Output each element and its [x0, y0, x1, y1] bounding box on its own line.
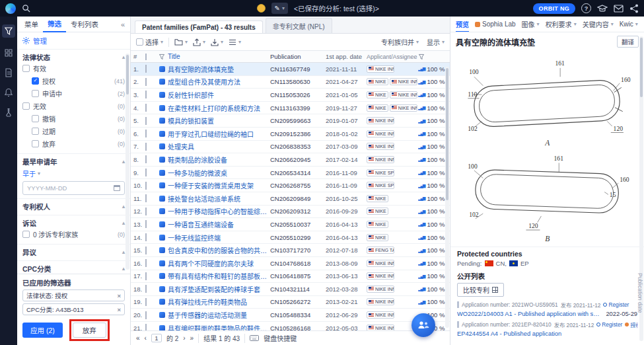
chevron-up-icon[interactable]: ▴ — [122, 220, 125, 226]
applicant-badge[interactable]: NIKE INNOVATE — [367, 311, 394, 319]
apply-button[interactable]: 应用 (2) — [22, 323, 63, 338]
checkbox[interactable] — [145, 104, 147, 112]
preview-tab-关键内容[interactable]: 关键内容▾ — [583, 19, 614, 29]
scrollbar-thumb[interactable] — [640, 38, 643, 97]
patent-title-link[interactable]: 具有编织鞋面的鞋类物品的鞋件布置 — [168, 323, 270, 330]
lab-rail-icon[interactable] — [4, 108, 13, 117]
first-page-button[interactable]: « — [136, 334, 140, 342]
checkbox[interactable] — [145, 143, 147, 151]
patent-title-link[interactable]: 一种便于安装的微货桌用支架 — [168, 180, 270, 190]
calendar-icon[interactable] — [114, 185, 120, 191]
applicant-badge[interactable]: NIKE — [367, 91, 388, 98]
checkbox[interactable] — [32, 115, 39, 122]
export-button[interactable]: ▾ — [193, 38, 205, 46]
table-row[interactable]: 10.一种便于安装的微货桌用支架CN2062687552016-11-09NIK… — [131, 179, 450, 192]
date-input[interactable]: YYYY-MM-DD — [22, 181, 125, 195]
table-row[interactable]: 8.鞋类制品的涂胶设备CN2066209452017-02-14NIKE INN… — [131, 153, 450, 167]
patent-title-link[interactable]: 成型组合件及其使用方法 — [168, 77, 270, 87]
chevron-up-icon[interactable]: ▴ — [122, 249, 125, 255]
select-dropdown[interactable]: 选择▾ — [136, 37, 163, 47]
checkbox[interactable] — [22, 102, 30, 110]
legal-status-item[interactable]: 放弃(0) — [22, 137, 125, 150]
checkbox[interactable] — [145, 272, 147, 280]
checkbox[interactable] — [145, 324, 147, 330]
table-row[interactable]: 11.接处警台站活动派单系统CN2062098492016-10-25NIKE▂… — [131, 192, 450, 206]
assistant-floating-button[interactable] — [411, 313, 435, 337]
applicant-badge[interactable]: NIKE INNOV — [390, 78, 417, 85]
table-row[interactable]: 5.模具的锁扣装置CN2095996632019-01-07NIKE INNOV… — [131, 114, 450, 128]
patent-title-link[interactable]: 包含真皮中和仿的服装合物的共混物的高尔夫球及制造方法 — [168, 245, 270, 255]
table-row[interactable]: 14.一种无线监控终端CN2055102992016-04-13NIKE▂▄▆1… — [131, 231, 450, 245]
filters-rail-icon[interactable] — [2, 24, 15, 38]
filter-icon[interactable] — [159, 54, 165, 60]
grant-analyzer-link[interactable]: 授权分析器 — [625, 321, 637, 328]
tab-patent-list[interactable]: 专利列表 — [66, 17, 103, 32]
applicant-badge[interactable]: NIKE INNOVATE — [367, 272, 394, 280]
scrollbar-thumb[interactable] — [126, 55, 129, 95]
applicant-badge[interactable]: NIKE INNOVATE — [367, 286, 394, 293]
applicant-badge[interactable]: NIKE INNOVATE — [367, 143, 394, 150]
report-rail-icon[interactable] — [4, 68, 13, 77]
checkbox[interactable] — [32, 128, 39, 135]
patent-title-link[interactable]: 鞋类制品的涂胶设备 — [168, 155, 270, 165]
legal-status-item[interactable]: 撤销(0) — [22, 112, 125, 125]
preview-tab-图像[interactable]: 图像▾ — [522, 19, 540, 29]
patent-figure[interactable]: 100 110 161 160 120 102 A 100 161 160 15… — [450, 49, 644, 247]
applicant-badge[interactable]: NIKE — [367, 78, 388, 85]
checkbox[interactable] — [145, 247, 147, 254]
table-row[interactable]: 16.具有两个不同硬度的高尔夫球CN1047686182013-08-09NIK… — [131, 257, 450, 270]
tab-menu[interactable]: 菜单 — [20, 17, 43, 32]
checkbox[interactable] — [145, 91, 147, 98]
applicant-badge[interactable]: NIKE INNOVATE — [367, 65, 394, 73]
patent-title-link[interactable]: 带有具有结构件和鞋钉的基部板的鞋类物品 — [168, 271, 270, 281]
chevron-up-icon[interactable]: ▴ — [122, 266, 125, 272]
preview-tab-预览[interactable]: 预览 — [456, 17, 469, 32]
chevron-up-icon[interactable]: ▴ — [122, 204, 125, 210]
checkbox[interactable] — [22, 231, 30, 238]
col-applicant[interactable]: Applicant/Assignee — [367, 54, 418, 60]
search-input[interactable] — [34, 5, 140, 12]
checkbox[interactable] — [145, 208, 147, 215]
patent-title-link[interactable]: 具有浮垫适配到装配的棒球手套 — [168, 284, 270, 294]
filter-scroll-area[interactable]: 法律状态▴ 有效授权(41)申请中(2)无效(0)撤销(0)过期(0)放弃(0)… — [17, 50, 130, 274]
patent-title-link[interactable]: 处理夹具 — [168, 141, 270, 151]
legal-status-item[interactable]: 过期(0) — [22, 125, 125, 137]
remove-chip-icon[interactable]: × — [117, 292, 121, 299]
table-row[interactable]: 19.具有弹拉线元件的鞋类物品CN1052662722013-02-21NIKE… — [131, 296, 450, 309]
alerts-rail-icon[interactable] — [4, 88, 13, 97]
table-row[interactable]: 6.用于穿过孔口缝纫拉绳的袖口CN2091523862018-01-02NIKE… — [131, 128, 450, 141]
checkbox[interactable] — [145, 169, 147, 176]
col-first-app-date[interactable]: 1st app. date — [326, 53, 367, 60]
checkbox[interactable] — [145, 65, 147, 73]
checkbox[interactable] — [145, 117, 147, 125]
tab-filter[interactable]: 筛选 — [43, 16, 66, 32]
applicant-badge[interactable]: NIKE INNOVATE — [367, 117, 394, 124]
patent-title-link[interactable]: 反射性针织部件 — [168, 90, 270, 100]
global-search[interactable] — [22, 4, 147, 13]
applicant-badge[interactable]: NIKE — [367, 104, 388, 112]
next-page-button[interactable]: › — [183, 334, 185, 342]
patent-title-link[interactable]: 接处警台站活动派单系统 — [168, 194, 270, 204]
table-row[interactable]: 12.一种用于移动指挥中心的智能综合控制装置CN2062093122016-09… — [131, 206, 450, 219]
table-row[interactable]: 21.具有编织鞋面的鞋类物品的鞋件布置CN1052861682012-05-03… — [131, 322, 450, 330]
legal-status-item[interactable]: 授权(41) — [22, 75, 125, 87]
patent-title-link[interactable]: 一种用于移动指挥中心的智能综合控制装置 — [168, 206, 270, 216]
patent-title-link[interactable]: 在柔性材料上打印的系统和方法 — [168, 103, 270, 113]
applicant-badge[interactable]: FENG TAY ENT — [367, 247, 394, 254]
patent-title-link[interactable]: 一种多功能的微波桌 — [168, 168, 270, 178]
relevance-filter-icon[interactable] — [418, 54, 425, 60]
tab-fampat-results[interactable]: Patent families (FamPat) - 43 results — [135, 20, 263, 33]
patent-title-link[interactable]: 一种语音互通终端设备 — [168, 219, 270, 229]
applicant-badge[interactable]: NIKE — [367, 195, 388, 202]
col-publication[interactable]: Publication — [270, 53, 326, 60]
patent-title-link[interactable]: 一种无线监控终端 — [168, 233, 270, 243]
checkbox[interactable] — [145, 285, 147, 293]
folder-button[interactable]: ▾ — [174, 38, 188, 46]
table-row[interactable]: 20.基于传感器的运动活动测量CN1054883342012-06-29NIKE… — [131, 309, 450, 322]
applicant-badge[interactable]: NIKE — [367, 208, 388, 215]
register-link[interactable]: Register — [603, 301, 629, 308]
publication-link[interactable]: WO2022/104003 A1 - Published application… — [457, 311, 602, 317]
checkbox[interactable] — [145, 182, 147, 190]
preview-tab-sophia-lab[interactable]: Sophia Lab — [475, 20, 516, 28]
applied-filter-chip[interactable]: CPC分类: A43B-013× — [22, 303, 125, 315]
